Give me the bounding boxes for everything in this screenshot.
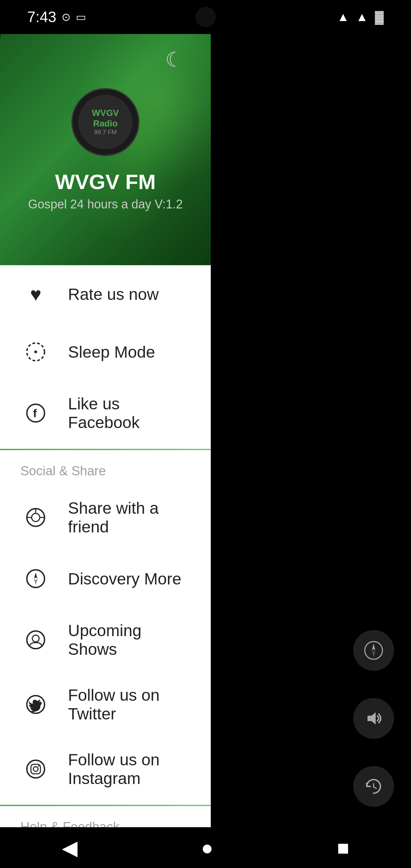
svg-line-28 — [374, 787, 376, 788]
twitter-icon — [20, 689, 51, 720]
radio-logo: WVGVRadio 99.7 FM — [71, 88, 139, 156]
sleep-mode-item[interactable]: Sleep Mode — [0, 323, 211, 381]
svg-point-9 — [27, 570, 45, 588]
facebook-icon: f — [20, 398, 51, 428]
svg-marker-25 — [372, 650, 375, 657]
right-panel — [211, 34, 411, 827]
phone-frame: 7:43 ⊙ ▭ ▲ ▲ ▓ ☾ WVGVRadio 99.7 FM — [0, 0, 411, 868]
share-friend-label: Share with a friend — [68, 499, 190, 536]
share-icon — [20, 502, 51, 533]
moon-icon[interactable]: ☾ — [165, 48, 184, 71]
recent-button[interactable]: ■ — [337, 836, 349, 860]
discovery-more-item[interactable]: Discovery More — [0, 550, 211, 608]
svg-point-5 — [32, 513, 40, 522]
facebook-label: Like us Facebook — [68, 394, 190, 432]
nav-bar: ◀ ● ■ — [0, 827, 411, 868]
home-button[interactable]: ● — [201, 836, 213, 860]
social-section: Social & Share Share with a friend — [0, 454, 211, 801]
status-icons: ▲ ▲ ▓ — [337, 10, 384, 24]
social-section-header: Social & Share — [0, 454, 211, 485]
svg-point-13 — [32, 635, 39, 642]
sim-icon: ▭ — [76, 11, 86, 23]
compass-icon — [20, 563, 51, 594]
status-bar: 7:43 ⊙ ▭ ▲ ▲ ▓ — [0, 0, 411, 34]
radio-header: ☾ WVGVRadio 99.7 FM WVGV FM Gospel 24 ho… — [0, 34, 211, 265]
rate-us-label: Rate us now — [68, 285, 159, 304]
twitter-item[interactable]: Follow us on Twitter — [0, 672, 211, 737]
instagram-item[interactable]: Follow us on Instagram — [0, 737, 211, 801]
svg-point-17 — [33, 767, 38, 771]
svg-text:f: f — [33, 407, 37, 420]
radio-station-subtitle: Gospel 24 hours a day V:1.2 — [28, 197, 183, 211]
signal-icon: ▲ — [356, 10, 368, 24]
discovery-more-label: Discovery More — [68, 569, 181, 588]
drawer-panel: ☾ WVGVRadio 99.7 FM WVGV FM Gospel 24 ho… — [0, 34, 211, 827]
wifi-icon: ▲ — [337, 10, 349, 24]
help-section: Help & Feedback Email Us — [0, 810, 211, 827]
sleep-mode-label: Sleep Mode — [68, 343, 155, 361]
top-menu-section: ♥ Rate us now Sleep Mode — [0, 265, 211, 445]
svg-marker-26 — [367, 712, 376, 725]
svg-point-1 — [34, 351, 37, 353]
rate-us-item[interactable]: ♥ Rate us now — [0, 265, 211, 323]
svg-marker-11 — [34, 579, 37, 585]
battery-icon: ▓ — [375, 10, 384, 24]
radio-station-title: WVGV FM — [55, 170, 156, 194]
upcoming-shows-item[interactable]: Upcoming Shows — [0, 608, 211, 672]
social-divider — [0, 449, 211, 450]
share-friend-item[interactable]: Share with a friend — [0, 485, 211, 550]
facebook-item[interactable]: f Like us Facebook — [0, 381, 211, 445]
status-time: 7:43 — [27, 8, 56, 25]
compass-button[interactable] — [353, 630, 394, 671]
radio-logo-text: WVGVRadio — [92, 108, 119, 129]
clock-dots-icon — [20, 337, 51, 367]
twitter-label: Follow us on Twitter — [68, 686, 190, 723]
back-button[interactable]: ◀ — [62, 836, 78, 860]
svg-marker-24 — [372, 644, 375, 650]
heart-icon: ♥ — [20, 279, 51, 309]
volume-button[interactable] — [353, 698, 394, 739]
svg-point-15 — [27, 760, 45, 778]
help-section-header: Help & Feedback — [0, 810, 211, 827]
instagram-label: Follow us on Instagram — [68, 750, 190, 788]
camera-notch — [195, 7, 216, 27]
content-area: ☾ WVGVRadio 99.7 FM WVGV FM Gospel 24 ho… — [0, 34, 411, 827]
radio-logo-subtext: 99.7 FM — [94, 129, 117, 136]
history-button[interactable] — [353, 766, 394, 807]
radio-logo-inner: WVGVRadio 99.7 FM — [78, 95, 133, 149]
svg-marker-10 — [34, 573, 37, 579]
help-divider — [0, 805, 211, 806]
upcoming-icon — [20, 625, 51, 655]
notification-icon: ⊙ — [62, 11, 71, 23]
instagram-icon — [20, 754, 51, 784]
svg-point-18 — [38, 765, 39, 767]
status-left: 7:43 ⊙ ▭ — [27, 8, 86, 25]
upcoming-shows-label: Upcoming Shows — [68, 621, 190, 659]
